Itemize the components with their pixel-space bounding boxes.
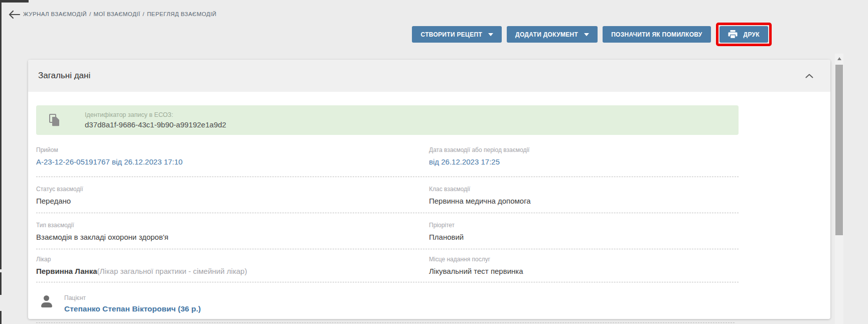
window-edge-top (0, 0, 29, 3)
card-body: Ідентифікатор запису в ЕСОЗ: d37d8a1f-96… (28, 92, 739, 323)
printer-icon (728, 30, 738, 39)
add-document-button[interactable]: ДОДАТИ ДОКУМЕНТ (507, 26, 598, 43)
service-place-value: Лікувальний тест первинка (429, 267, 739, 275)
field-label: Пріорітет (429, 222, 739, 229)
field-label: Лікар (36, 256, 429, 263)
breadcrumb-item-my-interactions[interactable]: МОЇ ВЗАЄМОДІЇ (94, 11, 140, 17)
create-recipe-button[interactable]: СТВОРИТИ РЕЦЕПТ (412, 26, 502, 43)
window-edge-left (0, 311, 2, 324)
field-label: Пацієнт (64, 294, 201, 301)
card-title: Загальні дані (38, 71, 90, 81)
breadcrumb-item-journal[interactable]: ЖУРНАЛ ВЗАЄМОДІЙ (23, 11, 87, 17)
type-value: Взаємодія в закладі охорони здоров'я (36, 233, 429, 241)
add-document-label: ДОДАТИ ДОКУМЕНТ (515, 31, 578, 38)
chevron-up-icon (805, 74, 813, 78)
interaction-date-value[interactable]: від 26.12.2023 17:25 (429, 157, 739, 166)
priority-value: Плановий (429, 233, 739, 241)
collapse-section-button[interactable] (803, 72, 815, 80)
breadcrumb-item-view-interaction[interactable]: ПЕРЕГЛЯД ВЗАЄМОДІЙ (147, 11, 217, 17)
field-doctor: Лікар Первинна Ланка(Лікар загальної пра… (36, 256, 429, 275)
doctor-role-note: (Лікар загальної практики - сімейний лік… (97, 267, 247, 275)
doctor-name: Первинна Ланка (36, 267, 97, 275)
field-status: Статус взаємодії Передано (36, 186, 429, 205)
field-rows: Прийом А-23-12-26-05191767 від 26.12.202… (36, 135, 739, 323)
field-label: Дата взаємодії або період взаємодії (429, 146, 739, 153)
identifier-box: Ідентифікатор запису в ЕСОЗ: d37d8a1f-96… (36, 105, 739, 135)
print-highlight-annotation: ДРУК (716, 23, 772, 46)
triangle-up-icon (837, 57, 841, 60)
breadcrumb: ЖУРНАЛ ВЗАЄМОДІЙ/МОЇ ВЗАЄМОДІЇ/ПЕРЕГЛЯД … (23, 11, 216, 17)
field-label: Клас взаємодії (429, 186, 739, 193)
field-label: Місце надання послуг (429, 256, 739, 263)
field-row-doctor: Лікар Первинна Ланка(Лікар загальної пра… (36, 249, 739, 282)
back-button[interactable] (8, 10, 21, 20)
patient-name-link[interactable]: Степанко Степан Вікторович (36 р.) (64, 304, 201, 313)
print-button[interactable]: ДРУК (719, 26, 768, 43)
field-class: Клас взаємодії Первинна медична допомога (429, 186, 739, 205)
scrollbar-thumb[interactable] (835, 65, 843, 235)
window-edge-left (0, 272, 2, 295)
breadcrumb-separator: / (89, 11, 91, 17)
identifier-label: Ідентифікатор запису в ЕСОЗ: (85, 111, 226, 118)
field-label: Статус взаємодії (36, 186, 429, 193)
field-label: Прийом (36, 146, 429, 153)
field-patient: Пацієнт Степанко Степан Вікторович (36 р… (64, 294, 201, 313)
field-interaction-date: Дата взаємодії або період взаємодії від … (429, 146, 739, 166)
chevron-down-icon (488, 33, 493, 36)
field-row-status: Статус взаємодії Передано Клас взаємодії… (36, 177, 739, 213)
copy-icon[interactable] (49, 114, 60, 126)
mark-erroneous-button[interactable]: ПОЗНАЧИТИ ЯК ПОМИЛКОВУ (603, 26, 710, 43)
create-recipe-label: СТВОРИТИ РЕЦЕПТ (420, 31, 482, 38)
patient-row: Пацієнт Степанко Степан Вікторович (36 р… (36, 282, 735, 323)
arrow-left-icon (8, 10, 20, 19)
mark-erroneous-label: ПОЗНАЧИТИ ЯК ПОМИЛКОВУ (611, 31, 702, 38)
card-header: Загальні дані (28, 60, 830, 92)
field-type: Тип взаємодії Взаємодія в закладі охорон… (36, 222, 429, 241)
scroll-up-button[interactable] (835, 54, 843, 64)
chevron-down-icon (584, 33, 589, 36)
general-data-card: Загальні дані Ідентифікатор запису в ЕСО… (28, 60, 830, 319)
person-icon (40, 295, 53, 308)
identifier-value: d37d8a1f-9686-43c1-9b90-a99192e1a9d2 (85, 120, 226, 129)
print-label: ДРУК (744, 31, 760, 38)
class-value: Первинна медична допомога (429, 197, 739, 205)
status-value: Передано (36, 197, 429, 205)
field-row-type: Тип взаємодії Взаємодія в закладі охорон… (36, 213, 739, 249)
field-label: Тип взаємодії (36, 222, 429, 229)
identifier-text: Ідентифікатор запису в ЕСОЗ: d37d8a1f-96… (85, 111, 226, 129)
window-edge-left (0, 0, 2, 269)
top-bar: ЖУРНАЛ ВЗАЄМОДІЙ/МОЇ ВЗАЄМОДІЇ/ПЕРЕГЛЯД … (0, 0, 868, 23)
field-service-place: Місце надання послуг Лікувальний тест пе… (429, 256, 739, 275)
field-row-reception: Прийом А-23-12-26-05191767 від 26.12.202… (36, 135, 739, 177)
field-reception: Прийом А-23-12-26-05191767 від 26.12.202… (36, 146, 429, 166)
field-priority: Пріорітет Плановий (429, 222, 739, 241)
reception-link[interactable]: А-23-12-26-05191767 від 26.12.2023 17:10 (36, 157, 429, 166)
vertical-scrollbar[interactable] (835, 54, 843, 324)
action-toolbar: СТВОРИТИ РЕЦЕПТ ДОДАТИ ДОКУМЕНТ ПОЗНАЧИТ… (412, 23, 772, 46)
breadcrumb-separator: / (142, 11, 144, 17)
